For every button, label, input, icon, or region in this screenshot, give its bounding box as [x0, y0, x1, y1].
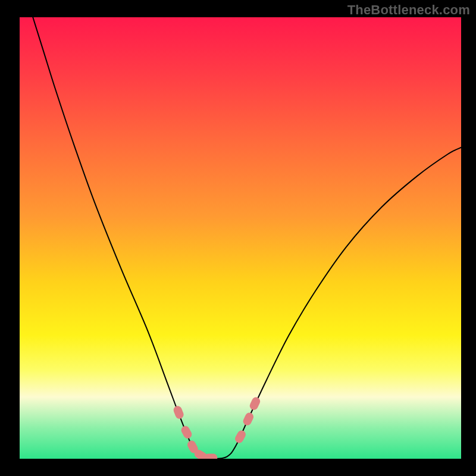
watermark-text: TheBottleneck.com [347, 2, 470, 18]
svg-rect-5 [204, 454, 217, 462]
bottleneck-chart [0, 0, 476, 476]
plot-background [20, 17, 461, 459]
chart-frame: TheBottleneck.com [0, 0, 476, 476]
marker-left-cluster [204, 454, 217, 462]
